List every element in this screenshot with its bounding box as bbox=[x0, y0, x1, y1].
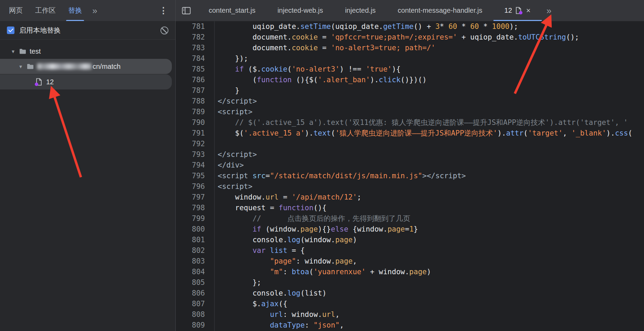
sidebar-tab-overrides[interactable]: 替换 bbox=[62, 0, 88, 21]
line-number[interactable]: 807 bbox=[176, 299, 214, 309]
more-panels-icon[interactable]: » bbox=[88, 6, 101, 15]
tree-folder-test[interactable]: ▾ test bbox=[0, 44, 175, 59]
editor-tabs: content_start.jsinjected-web.jsinjected.… bbox=[198, 0, 542, 21]
line-number[interactable]: 783 bbox=[176, 43, 214, 53]
code-line[interactable]: 786 (function (){$('.alert_ban').click()… bbox=[176, 75, 644, 85]
code-line[interactable]: 784 }); bbox=[176, 53, 644, 64]
code-line[interactable]: 794</div> bbox=[176, 160, 644, 171]
caret-down-icon[interactable]: ▾ bbox=[19, 63, 27, 70]
editor-tab-content-message-handler.js[interactable]: content-message-handler.js bbox=[387, 0, 494, 21]
line-number[interactable]: 806 bbox=[176, 288, 214, 299]
tab-label: content_start.js bbox=[209, 7, 256, 14]
code-line[interactable]: 808 url: window.url, bbox=[176, 309, 644, 320]
sidebar-tab-workspace[interactable]: 工作区 bbox=[29, 0, 62, 21]
code-text: } bbox=[214, 85, 644, 96]
code-text: document.cookie = 'qpfccr=true;path=/;ex… bbox=[214, 32, 644, 43]
code-text: $.ajax({ bbox=[214, 299, 644, 309]
code-text: if (window.page){}else {window.page=1} bbox=[214, 224, 644, 235]
code-text bbox=[214, 139, 644, 149]
editor-tab-content_start.js[interactable]: content_start.js bbox=[198, 0, 267, 21]
line-number[interactable]: 798 bbox=[176, 203, 214, 213]
folder-icon bbox=[19, 49, 26, 54]
tree-folder-domain[interactable]: ▾ cn/match bbox=[0, 59, 172, 74]
code-text: console.log(list) bbox=[214, 288, 644, 299]
line-number[interactable]: 800 bbox=[176, 224, 214, 235]
code-text: }; bbox=[214, 277, 644, 288]
line-number[interactable]: 794 bbox=[176, 160, 214, 171]
code-line[interactable]: 801 console.log(window.page) bbox=[176, 235, 644, 245]
code-lines: 781 uqiop_date.setTime(uqiop_date.getTim… bbox=[176, 21, 644, 331]
override-dot bbox=[519, 11, 522, 14]
folder-icon bbox=[27, 64, 34, 69]
line-number[interactable]: 804 bbox=[176, 267, 214, 277]
line-number[interactable]: 781 bbox=[176, 21, 214, 32]
code-line[interactable]: 803 "page": window.page, bbox=[176, 256, 644, 267]
code-line[interactable]: 788</script> bbox=[176, 96, 644, 107]
code-line[interactable]: 787 } bbox=[176, 85, 644, 96]
code-line[interactable]: 798 request = function(){ bbox=[176, 203, 644, 213]
editor-tab-12[interactable]: 12× bbox=[494, 0, 542, 21]
line-number[interactable]: 790 bbox=[176, 117, 214, 128]
code-line[interactable]: 806 console.log(list) bbox=[176, 288, 644, 299]
line-number[interactable]: 786 bbox=[176, 75, 214, 85]
code-line[interactable]: 796<script> bbox=[176, 181, 644, 192]
sidebar-tab-page[interactable]: 网页 bbox=[3, 0, 29, 21]
more-tabs-icon[interactable]: » bbox=[542, 6, 556, 15]
code-line[interactable]: 793</script> bbox=[176, 149, 644, 160]
code-line[interactable]: 781 uqiop_date.setTime(uqiop_date.getTim… bbox=[176, 21, 644, 32]
line-number[interactable]: 784 bbox=[176, 53, 214, 64]
line-number[interactable]: 791 bbox=[176, 128, 214, 139]
code-line[interactable]: 795<script src="/static/match/dist/js/ma… bbox=[176, 171, 644, 181]
editor-pane: content_start.jsinjected-web.jsinjected.… bbox=[176, 0, 644, 331]
tab-label: 12 bbox=[505, 7, 512, 14]
editor-tab-injected-web.js[interactable]: injected-web.js bbox=[267, 0, 334, 21]
line-number[interactable]: 802 bbox=[176, 245, 214, 256]
tree-file-12[interactable]: 12 bbox=[0, 74, 172, 89]
clear-overrides-icon[interactable] bbox=[160, 26, 168, 34]
enable-overrides-checkbox[interactable] bbox=[7, 26, 14, 34]
override-dot bbox=[35, 83, 38, 86]
code-line[interactable]: 790 // $('.active_15 a').text('双11优惠: 猿人… bbox=[176, 117, 644, 128]
line-number[interactable]: 799 bbox=[176, 213, 214, 224]
close-tab-icon[interactable]: × bbox=[526, 6, 531, 15]
toggle-navigator-icon[interactable] bbox=[182, 7, 191, 14]
code-line[interactable]: 805 }; bbox=[176, 277, 644, 288]
code-line[interactable]: 809 dataType: "json", bbox=[176, 320, 644, 331]
code-line[interactable]: 789<script> bbox=[176, 107, 644, 117]
line-number[interactable]: 788 bbox=[176, 96, 214, 107]
code-line[interactable]: 792 bbox=[176, 139, 644, 149]
code-line[interactable]: 785 if ($.cookie('no-alert3') !== 'true'… bbox=[176, 64, 644, 75]
line-number[interactable]: 805 bbox=[176, 277, 214, 288]
line-number[interactable]: 797 bbox=[176, 192, 214, 203]
line-number[interactable]: 782 bbox=[176, 32, 214, 43]
overrides-toolbar: 启用本地替换 bbox=[0, 21, 175, 40]
line-number[interactable]: 785 bbox=[176, 64, 214, 75]
sources-panel: 网页工作区替换 » ⋮ 启用本地替换 ▾ test ▾ bbox=[0, 0, 644, 331]
caret-down-icon[interactable]: ▾ bbox=[12, 48, 19, 55]
code-line[interactable]: 804 "m": btoa('yuanrenxue' + window.page… bbox=[176, 267, 644, 277]
line-number[interactable]: 808 bbox=[176, 309, 214, 320]
line-number[interactable]: 801 bbox=[176, 235, 214, 245]
editor-tab-bar: content_start.jsinjected-web.jsinjected.… bbox=[176, 0, 644, 21]
file-name: 12 bbox=[46, 78, 54, 86]
line-number[interactable]: 803 bbox=[176, 256, 214, 267]
line-number[interactable]: 787 bbox=[176, 85, 214, 96]
code-line[interactable]: 783 document.cookie = 'no-alert3=true; p… bbox=[176, 43, 644, 53]
code-text: console.log(window.page) bbox=[214, 235, 644, 245]
overflow-menu-icon[interactable]: ⋮ bbox=[159, 6, 168, 15]
code-line[interactable]: 802 var list = { bbox=[176, 245, 644, 256]
line-number[interactable]: 789 bbox=[176, 107, 214, 117]
line-number[interactable]: 795 bbox=[176, 171, 214, 181]
code-line[interactable]: 807 $.ajax({ bbox=[176, 299, 644, 309]
code-line[interactable]: 797 window.url = '/api/match/12'; bbox=[176, 192, 644, 203]
line-number[interactable]: 792 bbox=[176, 139, 214, 149]
line-number[interactable]: 796 bbox=[176, 181, 214, 192]
code-line[interactable]: 791 $('.active_15 a').text('猿人学爬虫逆向进阶课——… bbox=[176, 128, 644, 139]
code-line[interactable]: 800 if (window.page){}else {window.page=… bbox=[176, 224, 644, 235]
line-number[interactable]: 793 bbox=[176, 149, 214, 160]
code-editor[interactable]: 781 uqiop_date.setTime(uqiop_date.getTim… bbox=[176, 21, 644, 331]
line-number[interactable]: 809 bbox=[176, 320, 214, 331]
editor-tab-injected.js[interactable]: injected.js bbox=[334, 0, 387, 21]
code-line[interactable]: 782 document.cookie = 'qpfccr=true;path=… bbox=[176, 32, 644, 43]
code-line[interactable]: 799 // 点击换页后的操作，先得到翻到了几页 bbox=[176, 213, 644, 224]
